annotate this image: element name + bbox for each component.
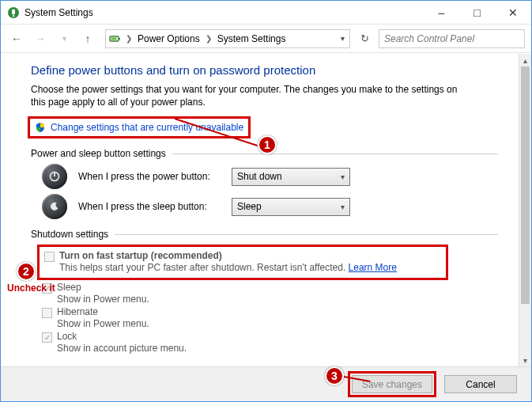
scroll-down-icon[interactable]: ▾ (519, 354, 531, 366)
close-button[interactable]: ✕ (495, 1, 531, 24)
window-title: System Settings (25, 7, 424, 18)
shutdown-section-title: Shutdown settings (31, 229, 498, 240)
sleep-button-select[interactable]: Sleep ▾ (232, 198, 350, 216)
power-sleep-section-label: Power and sleep button settings (31, 148, 166, 159)
scroll-up-icon[interactable]: ▴ (519, 54, 531, 66)
breadcrumb-power-options[interactable]: Power Options (134, 33, 203, 44)
svg-rect-4 (119, 38, 120, 40)
sleep-checkbox-label: Sleep (57, 282, 81, 293)
fast-startup-desc: This helps start your PC faster after sh… (59, 262, 349, 273)
power-icon (42, 164, 67, 189)
chevron-right-icon: ❯ (205, 34, 213, 43)
app-icon (7, 6, 20, 19)
change-settings-link-row: Change settings that are currently unava… (28, 116, 251, 138)
lock-checkbox-desc: Show in account picture menu. (57, 343, 498, 354)
up-button[interactable]: ↑ (78, 29, 97, 48)
back-button[interactable]: ← (7, 29, 26, 48)
scroll-thumb[interactable] (521, 66, 530, 304)
power-button-label: When I press the power button: (78, 171, 221, 182)
svg-point-2 (13, 14, 14, 16)
refresh-button[interactable]: ↻ (355, 29, 374, 48)
breadcrumb-dropdown-icon[interactable]: ▾ (341, 34, 345, 43)
breadcrumb-system-settings[interactable]: System Settings (214, 33, 289, 44)
vertical-scrollbar[interactable]: ▴ ▾ (519, 54, 531, 366)
chevron-down-icon: ▾ (341, 173, 345, 181)
annotation-badge-3: 3 (325, 366, 344, 385)
lock-checkbox-label: Lock (57, 331, 77, 342)
power-button-row: When I press the power button: Shut down… (42, 164, 498, 189)
hibernate-checkbox-desc: Show in Power menu. (57, 318, 498, 329)
minimize-button[interactable]: – (424, 1, 459, 24)
hibernate-checkbox[interactable] (42, 308, 52, 318)
navigation-bar: ← → ▾ ↑ ❯ Power Options ❯ System Setting… (1, 25, 531, 53)
window-controls: – □ ✕ (424, 1, 531, 24)
sleep-checkbox-desc: Show in Power menu. (57, 294, 498, 305)
search-placeholder: Search Control Panel (384, 33, 474, 44)
cancel-label: Cancel (466, 379, 495, 390)
hibernate-checkbox-label: Hibernate (57, 306, 98, 317)
fast-startup-checkbox[interactable] (44, 252, 55, 262)
shield-icon (35, 122, 46, 133)
maximize-button[interactable]: □ (459, 1, 495, 24)
annotation-badge-2: 2 (17, 262, 36, 281)
annotation-uncheck-text: Uncheck it (7, 283, 55, 294)
breadcrumb-bar[interactable]: ❯ Power Options ❯ System Settings ▾ (105, 29, 350, 48)
page-title: Define power buttons and turn on passwor… (31, 63, 498, 77)
svg-rect-5 (111, 37, 117, 40)
page-description: Choose the power settings that you want … (31, 83, 474, 108)
sleep-icon (42, 194, 67, 219)
chevron-down-icon: ▾ (341, 203, 345, 211)
title-bar: System Settings – □ ✕ (1, 1, 531, 25)
cancel-button[interactable]: Cancel (444, 375, 517, 393)
svg-rect-1 (12, 9, 15, 14)
chevron-right-icon: ❯ (125, 34, 133, 43)
section-divider (115, 234, 498, 235)
annotation-badge-1: 1 (258, 135, 277, 154)
learn-more-link[interactable]: Learn More (349, 262, 397, 273)
recent-locations-button[interactable]: ▾ (55, 29, 74, 48)
sleep-button-row: When I press the sleep button: Sleep ▾ (42, 194, 498, 219)
footer-bar: Save changes Cancel (1, 366, 531, 401)
sleep-button-label: When I press the sleep button: (78, 201, 221, 212)
content-area: Define power buttons and turn on passwor… (1, 54, 519, 366)
sleep-button-value: Sleep (237, 201, 262, 212)
power-button-value: Shut down (237, 171, 282, 182)
fast-startup-label: Turn on fast startup (recommended) (59, 250, 222, 261)
save-changes-label: Save changes (362, 379, 422, 390)
save-changes-highlight: Save changes (348, 371, 436, 397)
save-changes-button[interactable]: Save changes (352, 375, 432, 393)
forward-button[interactable]: → (31, 29, 50, 48)
shutdown-section-label: Shutdown settings (31, 229, 108, 240)
battery-icon (109, 32, 122, 45)
section-divider (172, 154, 498, 154)
search-input[interactable]: Search Control Panel (379, 29, 525, 48)
lock-checkbox[interactable] (42, 332, 52, 343)
fast-startup-highlight: Turn on fast startup (recommended) This … (37, 245, 448, 280)
power-button-select[interactable]: Shut down ▾ (232, 168, 350, 186)
